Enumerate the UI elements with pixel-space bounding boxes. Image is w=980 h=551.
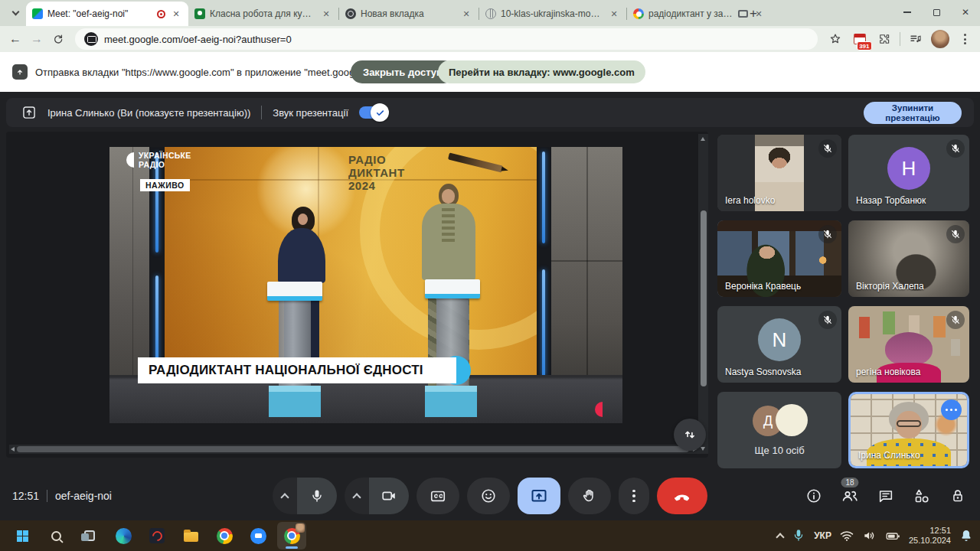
participant-tile[interactable]: Н Назар Торбанюк [848,135,969,211]
chat-button[interactable] [874,484,897,507]
screen-share-icon [12,64,28,80]
mic-icon [309,488,325,504]
participant-name: Iera holovko [725,195,775,206]
end-call-button[interactable] [657,478,707,514]
channel-logo: УКРАЇНСЬКЕРАДІО [126,152,191,169]
meet-favicon-icon [32,8,43,19]
task-view-button[interactable] [75,522,104,549]
tile-options-button[interactable] [941,399,962,420]
tab-meet[interactable]: Meet: "oef-aeig-noi" ✕ [26,2,188,26]
extension-button[interactable]: 391 [849,28,871,50]
overflow-tile[interactable]: Д Ще 10 осіб [717,392,841,468]
participant-tile[interactable]: Вікторія Халепа [848,220,969,297]
media-controls-button[interactable] [905,28,926,50]
vertical-scrollbar[interactable] [698,134,708,454]
bookmark-star-button[interactable] [825,28,846,50]
url-text: meet.google.com/oef-aeig-noi?authuser=0 [104,34,292,45]
scroll-left-arrow[interactable] [11,447,15,452]
camera-toggle-button[interactable] [369,478,409,514]
tab-mova[interactable]: 10-klas-ukrajinska-mova-avram ✕ [479,2,626,26]
notification-bell-icon[interactable] [959,528,974,543]
chrome-button[interactable] [210,522,239,549]
tab-new[interactable]: Новая вкладка ✕ [339,2,479,26]
broadcast-banner-title: РАДІОДИКТАНТ НАЦІОНАЛЬНОЇ ЄДНОСТІ [149,363,423,378]
sharing-message: Отправка вкладки "https://www.google.com… [35,67,396,78]
address-bar[interactable]: meet.google.com/oef-aeig-noi?authuser=0 [75,28,818,50]
present-button[interactable] [518,478,560,514]
edge-button[interactable] [109,522,138,549]
window-close-button[interactable]: ✕ [951,0,980,24]
host-controls-button[interactable] [946,484,969,507]
live-badge: НАЖИВО [140,179,190,191]
new-tab-button[interactable]: + [744,5,763,23]
stop-presentation-button[interactable]: Зупинити презентацію [864,102,962,124]
raise-hand-button[interactable] [568,478,611,514]
reload-icon [52,33,64,45]
chrome-active-button[interactable] [277,522,306,549]
presentation-audio-toggle[interactable] [359,106,387,119]
reactions-button[interactable] [467,478,510,514]
tab-search-button[interactable] [6,5,24,21]
vertical-scroll-thumb[interactable] [701,210,707,386]
horizontal-scrollbar[interactable] [9,445,698,454]
hidden-icons-button[interactable] [776,533,784,541]
meeting-details-button[interactable] [802,484,825,507]
broadcast-banner: РАДІОДИКТАНТ НАЦІОНАЛЬНОЇ ЄДНОСТІ [138,357,456,383]
taskbar-clock[interactable]: 12:51 25.10.2024 [909,526,951,546]
window-restore-button[interactable] [922,0,951,24]
tab-close-button[interactable]: ✕ [460,8,472,20]
camera-options-button[interactable] [345,478,369,514]
chevron-down-icon [11,8,19,16]
file-explorer-button[interactable] [176,522,205,549]
browser-menu-button[interactable] [954,28,975,50]
presenting-icon [21,105,37,120]
wifi-icon[interactable] [839,528,854,543]
mic-options-button[interactable] [273,478,297,514]
window-minimize-button[interactable] [893,0,922,24]
end-call-icon [673,487,691,505]
tab-close-button[interactable]: ✕ [170,8,182,20]
horizontal-scroll-thumb[interactable] [17,446,689,452]
tab-close-button[interactable]: ✕ [320,8,332,20]
mic-toggle-button[interactable] [297,478,337,514]
presentation-banner: Ірина Слинько (Ви (показуєте презентацію… [6,98,974,127]
tab-close-button[interactable]: ✕ [608,8,620,20]
meeting-code: oef-aeig-noi [55,490,112,502]
extensions-menu-button[interactable] [874,28,895,50]
language-indicator[interactable]: УКР [814,530,831,541]
extension-badge: 391 [857,41,872,51]
tray-mic-icon[interactable] [791,528,806,543]
scroll-down-arrow[interactable] [701,447,705,451]
tab-classroom[interactable]: Класна робота для курсу "1КМ ✕ [188,2,338,26]
participant-name: Ірина Слинько [858,450,920,461]
forward-button[interactable]: → [26,28,47,50]
captions-button[interactable] [416,478,459,514]
puzzle-icon [877,32,891,46]
activities-button[interactable] [910,484,933,507]
back-button[interactable]: ← [5,28,26,50]
scroll-jump-button[interactable] [674,419,706,451]
radio-logo-icon [126,152,134,168]
self-tile[interactable]: Ірина Слинько [848,392,969,468]
reload-button[interactable] [47,28,69,50]
windows-logo-icon [17,530,22,536]
chrome-icon [217,528,233,544]
participant-tile[interactable]: Вероніка Кравець [717,220,841,297]
participant-tile[interactable]: N Nastya Sosnovska [717,306,841,383]
participant-name: регіна новікова [856,367,920,377]
participant-tile[interactable]: Iera holovko [717,135,841,211]
volume-icon[interactable] [862,528,877,543]
start-button[interactable] [8,522,37,549]
people-button[interactable]: 18 [838,484,861,507]
chat-icon [877,487,894,504]
participant-tile[interactable]: регіна новікова [848,306,969,383]
zoom-app-icon [250,528,266,544]
more-options-button[interactable] [619,478,649,514]
taskbar-search-button[interactable] [41,522,70,549]
battery-icon[interactable] [885,528,901,544]
acrobat-button[interactable] [142,522,172,549]
profile-avatar[interactable] [929,28,951,50]
zoom-button[interactable] [243,522,273,549]
scroll-up-arrow[interactable] [701,137,705,141]
goto-shared-tab-button[interactable]: Перейти на вкладку: www.google.com [438,60,645,83]
